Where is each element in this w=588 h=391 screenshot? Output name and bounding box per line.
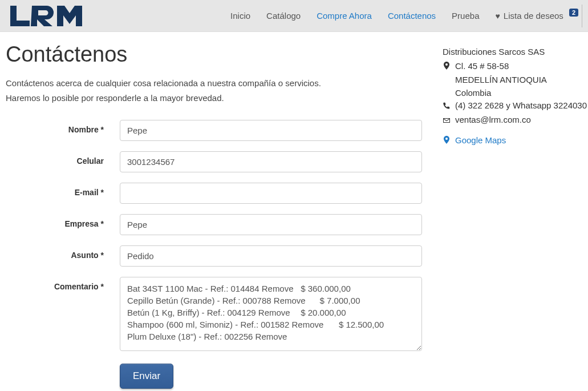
map-marker-icon-2 — [443, 134, 451, 147]
wishlist-label: Lista de deseos — [504, 11, 563, 21]
nav-compre-ahora[interactable]: Compre Ahora — [317, 11, 372, 21]
nav-prueba[interactable]: Prueba — [452, 11, 479, 21]
map-marker-icon — [443, 60, 451, 73]
comment-label: Comentario * — [6, 277, 120, 291]
nav-wishlist[interactable]: ♥ Lista de deseos 2 — [495, 11, 578, 21]
logo[interactable] — [6, 5, 84, 27]
comment-textarea[interactable] — [120, 277, 422, 351]
intro-line2: Haremos lo posible por responderle a la … — [6, 91, 425, 106]
contact-sidebar: Distribuciones Sarcos SAS Cl. 45 # 58-58… — [443, 42, 582, 391]
contact-address1: Cl. 45 # 58-58 — [455, 60, 582, 73]
contact-email: ventas@lrm.com.co — [455, 114, 582, 127]
phone-icon — [443, 99, 451, 112]
intro-line1: Contáctenos acerca de cualquier cosa rel… — [6, 76, 425, 91]
subject-input[interactable] — [120, 245, 422, 267]
subject-label: Asunto * — [6, 245, 120, 260]
page-intro: Contáctenos acerca de cualquier cosa rel… — [6, 76, 425, 105]
contact-address3: Colombia — [443, 87, 582, 100]
navbar: Inicio Catálogo Compre Ahora Contáctenos… — [0, 0, 588, 32]
contact-company: Distribuciones Sarcos SAS — [443, 46, 582, 59]
wishlist-badge: 2 — [569, 9, 578, 17]
nav-catalogo[interactable]: Catálogo — [266, 11, 301, 21]
contact-phone: (4) 322 2628 y Whatsapp 3224030 — [455, 99, 587, 112]
google-maps-link[interactable]: Google Maps — [455, 134, 582, 147]
phone-label: Celular — [6, 151, 120, 166]
phone-input[interactable] — [120, 151, 422, 172]
name-label: Nombre * — [6, 120, 120, 134]
nav-inicio[interactable]: Inicio — [230, 11, 250, 21]
nav-links: Inicio Catálogo Compre Ahora Contáctenos… — [230, 5, 582, 27]
submit-button[interactable]: Enviar — [120, 364, 173, 389]
email-label: E-mail * — [6, 183, 120, 197]
svg-rect-1 — [10, 21, 30, 26]
company-input[interactable] — [120, 214, 422, 235]
email-input[interactable] — [120, 183, 422, 204]
heart-icon: ♥ — [495, 11, 500, 21]
envelope-icon — [443, 114, 451, 127]
company-label: Empresa * — [6, 214, 120, 228]
name-input[interactable] — [120, 120, 422, 141]
nav-contactenos[interactable]: Contáctenos — [388, 11, 436, 21]
contact-address2: MEDELLÍN ANTIOQUIA — [443, 74, 582, 87]
page-title: Contáctenos — [6, 42, 425, 67]
